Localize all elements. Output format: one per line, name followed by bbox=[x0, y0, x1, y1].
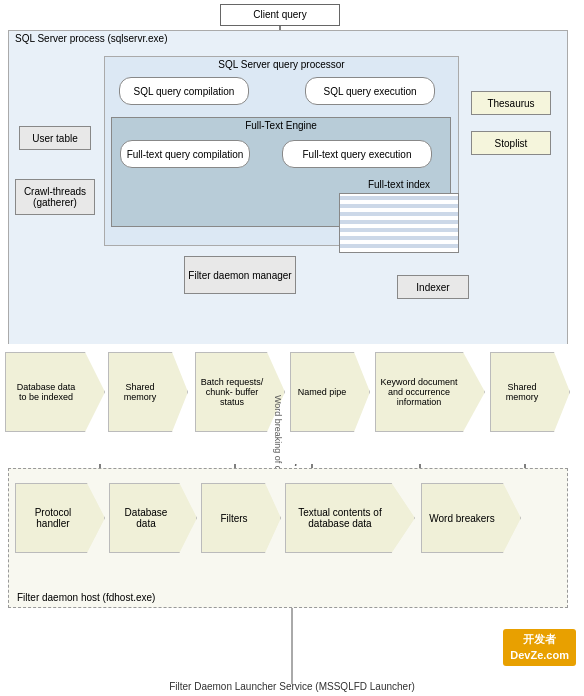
sql-compile-label: SQL query compilation bbox=[134, 86, 235, 97]
diagram-container: { "title": "SQL Server Full-Text Search … bbox=[0, 0, 584, 696]
indexer-label: Indexer bbox=[416, 282, 449, 293]
user-table-box: User table bbox=[19, 126, 91, 150]
arrow-shared-memory: Shared memory bbox=[108, 352, 188, 432]
sql-server-process-box: SQL Server process (sqlservr.exe) SQL Se… bbox=[8, 30, 568, 345]
watermark-line2: DevZe.com bbox=[510, 648, 569, 663]
query-processor-label: SQL Server query processor bbox=[218, 59, 344, 70]
watermark-line1: 开发者 bbox=[510, 632, 569, 647]
arrow-textual-contents: Textual contents of database data bbox=[285, 483, 415, 553]
word-breakers-label: Word breakers bbox=[429, 513, 494, 524]
crawl-threads-box: Crawl-threads (gatherer) bbox=[15, 179, 95, 215]
db-data-label: Database data to be indexed bbox=[12, 382, 80, 402]
indexer-box: Indexer bbox=[397, 275, 469, 299]
filter-daemon-mgr-box: Filter daemon manager bbox=[184, 256, 296, 294]
named-pipe-label: Named pipe bbox=[298, 387, 347, 397]
thesaurus-box: Thesaurus bbox=[471, 91, 551, 115]
arrow-protocol-handler: Protocol handler bbox=[15, 483, 105, 553]
arrow-keyword-doc: Keyword document and occurrence informat… bbox=[375, 352, 485, 432]
user-table-label: User table bbox=[32, 133, 78, 144]
protocol-handler-label: Protocol handler bbox=[20, 507, 86, 529]
filters-label: Filters bbox=[220, 513, 247, 524]
crawl-threads-label: Crawl-threads (gatherer) bbox=[16, 186, 94, 208]
filter-daemon-host-box: Protocol handler Database data Filters T… bbox=[8, 468, 568, 608]
ft-compile-label: Full-text query compilation bbox=[127, 149, 244, 160]
filter-daemon-mgr-label: Filter daemon manager bbox=[188, 270, 291, 281]
arrow-batch-requests: Batch requests/ chunk- buffer status bbox=[195, 352, 285, 432]
thesaurus-label: Thesaurus bbox=[487, 98, 534, 109]
stoplist-box: Stoplist bbox=[471, 131, 551, 155]
database-data-label: Database data bbox=[114, 507, 178, 529]
keyword-doc-label: Keyword document and occurrence informat… bbox=[380, 377, 458, 407]
batch-requests-label: Batch requests/ chunk- buffer status bbox=[200, 377, 264, 407]
arrow-filters: Filters bbox=[201, 483, 281, 553]
sql-execute-label: SQL query execution bbox=[323, 86, 416, 97]
sql-execute-box: SQL query execution bbox=[305, 77, 435, 105]
textual-contents-label: Textual contents of database data bbox=[290, 507, 390, 529]
sql-compile-box: SQL query compilation bbox=[119, 77, 249, 105]
arrow-db-data: Database data to be indexed bbox=[5, 352, 105, 432]
ft-compile-box: Full-text query compilation bbox=[120, 140, 250, 168]
shared-memory-label: Shared memory bbox=[113, 382, 167, 402]
stoplist-label: Stoplist bbox=[495, 138, 528, 149]
client-query-label: Client query bbox=[253, 4, 306, 26]
fulltext-index-label: Full-text index bbox=[368, 179, 430, 190]
shared-memory2-label: Shared memory bbox=[495, 382, 549, 402]
ft-execute-label: Full-text query execution bbox=[303, 149, 412, 160]
sql-process-label: SQL Server process (sqlservr.exe) bbox=[15, 33, 167, 44]
middle-section: Database data to be indexed Shared memor… bbox=[0, 344, 584, 464]
watermark: 开发者 DevZe.com bbox=[503, 629, 576, 666]
fdl-service-label: Filter Daemon Launcher Service (MSSQLFD … bbox=[169, 681, 415, 692]
arrow-shared-memory2: Shared memory bbox=[490, 352, 570, 432]
arrow-named-pipe: Named pipe bbox=[290, 352, 370, 432]
filter-daemon-host-label: Filter daemon host (fdhost.exe) bbox=[17, 592, 155, 603]
arrow-database-data: Database data bbox=[109, 483, 197, 553]
ft-execute-box: Full-text query execution bbox=[282, 140, 432, 168]
arrow-word-breakers: Word breakers bbox=[421, 483, 521, 553]
client-query-box: Client query bbox=[220, 4, 340, 26]
fulltext-index-box: Full-text index bbox=[339, 193, 459, 253]
fulltext-engine-label: Full-Text Engine bbox=[245, 120, 317, 131]
